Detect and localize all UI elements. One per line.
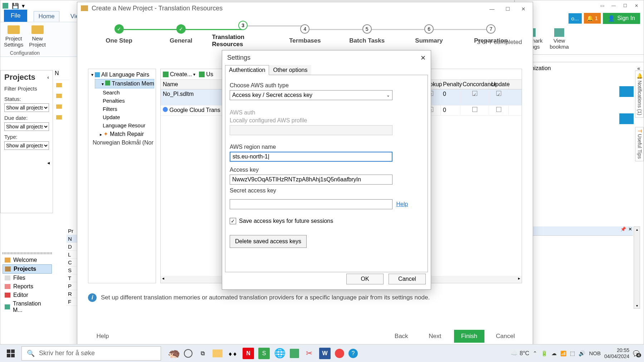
save-keys-checkbox[interactable]	[230, 218, 236, 224]
right-minimize-icon[interactable]: —	[609, 2, 619, 10]
help-button[interactable]: Help	[88, 330, 117, 343]
scroll-left-icon[interactable]: ◂	[47, 160, 50, 168]
cortana-icon[interactable]	[184, 349, 192, 358]
project-settings-button[interactable]: Project Settings	[4, 25, 23, 48]
wizard-close-icon[interactable]: ✕	[516, 4, 531, 14]
language-indicator[interactable]: NOB	[589, 350, 601, 356]
next-button[interactable]: Next	[420, 330, 450, 343]
wifi-icon[interactable]: 📶	[560, 351, 566, 356]
auth-type-select[interactable]: Access key / Secret access key ⌄	[230, 90, 392, 100]
cancel-button[interactable]: Cancel	[389, 274, 426, 284]
edge-icon[interactable]: 🌐	[274, 348, 286, 359]
aws-region-input[interactable]	[230, 152, 392, 162]
tree-search[interactable]: Search	[90, 88, 154, 97]
resize-handle[interactable]	[3, 252, 52, 254]
penalty-cell[interactable]: 0	[441, 89, 460, 105]
tray-expand-icon[interactable]: ⌃	[533, 350, 537, 357]
view-bookmarks-button[interactable]: View bookma	[550, 28, 569, 52]
notification-center-icon[interactable]: 💬 4	[633, 350, 640, 357]
update-checkbox[interactable]	[496, 107, 501, 112]
help-link[interactable]: Help	[396, 201, 408, 207]
back-button[interactable]: Back	[387, 330, 416, 343]
volume-icon[interactable]: 🔊	[579, 350, 585, 357]
battery-icon[interactable]: 🔋	[541, 350, 548, 357]
tree-match-repair[interactable]: ▸ ✦ Match Repair	[90, 129, 154, 138]
tab-authentication[interactable]: Authentication	[225, 65, 269, 75]
col-penalty[interactable]: Penalty	[441, 80, 460, 89]
secret-key-input[interactable]	[230, 199, 392, 209]
snip-icon[interactable]: ✂	[303, 348, 315, 359]
right-scrollbar[interactable]: ▴ ▾	[634, 226, 640, 309]
app-icon-trados[interactable]: 🦔	[168, 348, 180, 359]
tab-other-options[interactable]: Other options	[269, 65, 311, 75]
dropbox-icon[interactable]: ⬧⬧	[227, 348, 238, 359]
nav-reports[interactable]: Reports	[3, 282, 52, 291]
tree-translation-memory[interactable]: ▾ Translation Memor	[95, 79, 154, 88]
task-view-icon[interactable]: ⧉	[197, 348, 208, 359]
qat-dropdown-icon[interactable]: ▾	[22, 3, 25, 9]
start-button[interactable]	[0, 344, 21, 362]
status-select[interactable]: Show all projects	[4, 103, 49, 112]
touchpad-icon[interactable]: ⬚	[570, 350, 575, 357]
settings-close-icon[interactable]: ✕	[420, 54, 426, 62]
opera-icon[interactable]	[335, 349, 344, 358]
help-icon[interactable]: ?	[348, 349, 358, 358]
nav-welcome[interactable]: Welcome	[3, 256, 52, 264]
weather-widget[interactable]: ☁️ 8°C	[511, 350, 530, 357]
right-maximize-icon[interactable]: ☐	[620, 2, 630, 10]
qat-save-icon[interactable]: 💾	[12, 3, 19, 9]
nav-tm[interactable]: Translation M...	[3, 299, 52, 314]
use-tm-button[interactable]: Us	[199, 71, 213, 78]
clock[interactable]: 20:55 04/04/2024	[604, 347, 629, 359]
wizard-maximize-icon[interactable]: ☐	[500, 4, 516, 14]
finish-button[interactable]: Finish	[454, 330, 484, 343]
step-batchtasks[interactable]: 5Batch Tasks	[336, 24, 398, 44]
collapse-icon[interactable]: ‹	[47, 74, 49, 80]
notifications-tab[interactable]: 🔔 Notifications (1)	[635, 70, 644, 118]
step-termbases[interactable]: 4Termbases	[274, 24, 336, 44]
taskbar-search[interactable]: 🔍 Skriv her for å søke	[21, 346, 161, 361]
create-tm-button[interactable]: Create... ▾	[163, 71, 195, 78]
access-key-input[interactable]	[230, 175, 392, 185]
nav-projects[interactable]: Projects	[3, 264, 52, 274]
tab-home[interactable]: Home	[34, 11, 59, 22]
tree-all-language-pairs[interactable]: ▾ All Language Pairs	[90, 70, 154, 79]
file-explorer-icon[interactable]	[213, 349, 223, 357]
tree-filters[interactable]: Filters	[90, 105, 154, 113]
step-translation-resources[interactable]: 3Translation Resources	[212, 21, 274, 48]
new-project-button[interactable]: New Project	[29, 25, 46, 48]
duedate-select[interactable]: Show all projects	[4, 122, 49, 131]
tab-file[interactable]: File	[4, 10, 27, 22]
right-close-icon[interactable]: ✕	[631, 2, 641, 10]
concordance-checkbox[interactable]	[472, 91, 477, 96]
netflix-icon[interactable]: N	[243, 348, 254, 359]
panel-close-icon[interactable]: ✕	[628, 226, 632, 232]
concordance-checkbox[interactable]	[472, 107, 477, 112]
penalty-cell[interactable]: 0	[441, 106, 460, 115]
tree-language-resources[interactable]: Language Resour	[90, 121, 154, 129]
type-select[interactable]: Show all projects	[4, 141, 49, 150]
tree-penalties[interactable]: Penalties	[90, 97, 154, 105]
onedrive-icon[interactable]: ☁	[551, 350, 557, 357]
step-one[interactable]: ✓One Step	[88, 24, 150, 44]
blue-button[interactable]: o...	[569, 13, 582, 24]
col-concordance[interactable]: Concordance	[460, 80, 489, 89]
ok-button[interactable]: OK	[346, 274, 384, 284]
right-app-options-icon[interactable]: ▭	[597, 2, 607, 10]
step-general[interactable]: ✓General	[150, 24, 212, 44]
notification-button[interactable]: 🔔 1	[584, 13, 601, 24]
nav-files[interactable]: Files	[3, 274, 52, 282]
tree-update[interactable]: Update	[90, 113, 154, 121]
cancel-button[interactable]: Cancel	[489, 330, 522, 343]
useful-tips-tab[interactable]: T Useful Tips	[635, 127, 644, 161]
update-checkbox[interactable]	[496, 91, 501, 96]
tree-lang-pair[interactable]: Norwegian Bokmål (Nor	[90, 138, 154, 147]
signin-button[interactable]: 👤 Sign In	[603, 13, 640, 24]
col-update[interactable]: Update	[489, 80, 509, 89]
delete-keys-button[interactable]: Delete saved access keys	[230, 235, 307, 248]
calculator-icon[interactable]	[290, 349, 299, 358]
trados-studio-icon[interactable]: S	[258, 348, 270, 359]
word-icon[interactable]: W	[319, 348, 331, 359]
step-summary[interactable]: 6Summary	[398, 24, 460, 44]
wizard-minimize-icon[interactable]: —	[484, 4, 500, 14]
